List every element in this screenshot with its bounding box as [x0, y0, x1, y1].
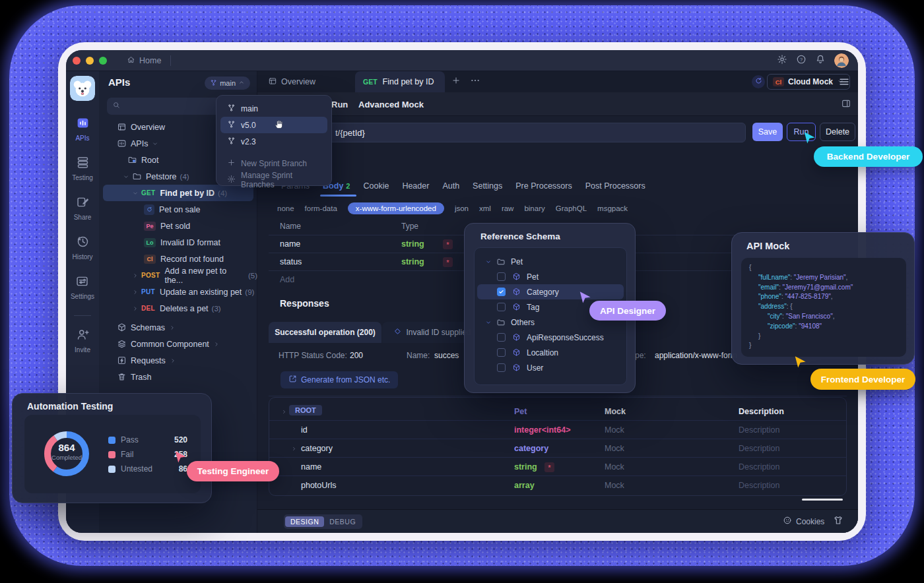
- schema-row-root[interactable]: ROOTPetMockDescription: [269, 402, 846, 421]
- schema-row-photourls[interactable]: photoUrlsarrayMockDescription: [269, 476, 846, 495]
- body-type-form-data[interactable]: form-data: [305, 204, 337, 212]
- tree-item-deletes-a-pet[interactable]: DELDeletes a pet(3): [99, 300, 257, 317]
- schema-row-category[interactable]: categorycategoryMockDescription: [269, 439, 846, 458]
- ref-item-localtion[interactable]: Localtion: [475, 345, 626, 360]
- body-type-xml[interactable]: xml: [479, 204, 491, 212]
- rail-item-invite[interactable]: Invite: [75, 328, 90, 353]
- tree-item-label: Invalid ID format: [160, 238, 220, 247]
- body-tab-header[interactable]: Header: [402, 175, 429, 197]
- branch-option-v2.3[interactable]: v2.3: [220, 133, 327, 150]
- help-icon[interactable]: ?: [796, 54, 807, 67]
- sync-icon[interactable]: [752, 75, 765, 88]
- tshirt-icon[interactable]: [833, 515, 843, 528]
- checkbox[interactable]: [497, 303, 506, 311]
- design-mode-button[interactable]: DESIGN: [285, 516, 324, 527]
- response-tab-invalid-label: Invalid ID supplied: [406, 328, 471, 337]
- checkbox[interactable]: [497, 272, 506, 281]
- subtab-run[interactable]: Run: [331, 92, 348, 116]
- ref-item-label: User: [527, 363, 543, 373]
- menu-icon[interactable]: [838, 76, 850, 90]
- rail-item-apis[interactable]: APIs: [75, 116, 89, 142]
- rail-item-settings[interactable]: Settings: [71, 274, 94, 300]
- subtab-advanced-mock[interactable]: Advanced Mock: [358, 92, 424, 116]
- save-button[interactable]: Save: [752, 123, 783, 141]
- body-tab-cookie[interactable]: Cookie: [363, 175, 389, 197]
- body-tab-settings[interactable]: Settings: [473, 175, 502, 197]
- panel-toggle-icon[interactable]: [841, 98, 851, 111]
- rail-item-testing[interactable]: Testing: [72, 156, 93, 181]
- tree-item-update-an-existing-pet[interactable]: PUTUpdate an existing pet(9): [99, 284, 257, 300]
- tree-item-requests[interactable]: Requests: [99, 352, 257, 369]
- bell-icon[interactable]: [815, 54, 826, 67]
- checkbox[interactable]: [497, 333, 506, 342]
- ref-item-apiresponsesuccess[interactable]: ApiResponseSuccess: [475, 330, 626, 345]
- ref-group-pet[interactable]: Pet: [475, 254, 626, 269]
- tree-item-count: (9): [245, 288, 254, 296]
- body-tabs: ParamsBody2CookieHeaderAuthSettingsPre P…: [257, 175, 759, 197]
- delete-button[interactable]: Delete: [820, 123, 855, 141]
- chevron-down-icon: [123, 173, 129, 180]
- checkbox[interactable]: [497, 363, 506, 372]
- checkbox-checked[interactable]: [497, 288, 506, 296]
- home-tab[interactable]: Home: [127, 55, 161, 66]
- tree-item-count: (4): [218, 189, 227, 197]
- param-type: string: [401, 257, 424, 266]
- col-name: Name: [280, 222, 301, 231]
- maximize-window-button[interactable]: [99, 57, 107, 65]
- body-type-graphql[interactable]: GraphQL: [556, 204, 587, 212]
- tab-overview[interactable]: Overview: [268, 71, 315, 92]
- generate-from-json-button[interactable]: Generate from JSON etc.: [280, 371, 398, 388]
- minimize-window-button[interactable]: [86, 57, 94, 65]
- url-input[interactable]: t/{petId}: [269, 123, 746, 142]
- tab-overflow-button[interactable]: [470, 71, 480, 92]
- user-avatar[interactable]: [834, 53, 849, 68]
- ref-item-pet[interactable]: Pet: [475, 269, 626, 284]
- tab-find-pet-by-id[interactable]: GET Find pet by ID: [355, 71, 445, 92]
- content-type-label: pe:: [635, 351, 646, 360]
- tree-item-label: Overview: [131, 123, 165, 132]
- branch-action-new-sprint-branch[interactable]: New Sprint Branch: [220, 155, 327, 171]
- tree-item-schemas[interactable]: Schemas: [99, 319, 257, 336]
- code-line: "city": "San Francisco",: [749, 312, 898, 322]
- body-type-binary[interactable]: binary: [524, 204, 544, 212]
- env-label: Cloud Mock: [788, 77, 833, 86]
- tree-item-trash[interactable]: Trash: [99, 369, 257, 385]
- cookies-button[interactable]: Cookies: [783, 516, 824, 527]
- tree-item-pet-on-sale[interactable]: Pet on sale: [99, 201, 257, 218]
- body-tab-post-processors[interactable]: Post Processors: [585, 175, 645, 197]
- debug-mode-button[interactable]: DEBUG: [324, 516, 361, 527]
- schema-field-type: string: [514, 462, 537, 472]
- workspace-logo[interactable]: [70, 76, 95, 101]
- schema-row-id[interactable]: idinteger<int64>MockDescription: [269, 421, 846, 439]
- tree-item-pet-sold[interactable]: PePet sold: [99, 218, 257, 234]
- ref-item-user[interactable]: User: [475, 360, 626, 375]
- close-window-button[interactable]: [73, 57, 81, 65]
- rail-item-share[interactable]: Share: [74, 195, 92, 221]
- tab-overview-label: Overview: [281, 77, 315, 86]
- checkbox[interactable]: [497, 348, 506, 357]
- new-tab-button[interactable]: [451, 71, 461, 92]
- response-tab-success[interactable]: Successful operation (200): [269, 322, 381, 343]
- body-type-json[interactable]: json: [455, 204, 469, 212]
- gear-icon[interactable]: [777, 54, 787, 67]
- tree-item-record-not-found[interactable]: ClRecord not found: [99, 251, 257, 267]
- body-tab-pre-processors[interactable]: Pre Processors: [515, 175, 572, 197]
- body-tab-label: Header: [402, 181, 429, 191]
- rail-item-label: APIs: [75, 135, 89, 142]
- branch-selector[interactable]: main: [205, 77, 250, 90]
- branch-action-manage-sprint-branches[interactable]: Manage Sprint Branches: [220, 171, 327, 188]
- tree-item-common-component[interactable]: Common Component: [99, 336, 257, 352]
- horizontal-scrollbar[interactable]: [802, 499, 843, 501]
- schema-row-name[interactable]: namestring*MockDescription: [269, 458, 846, 476]
- branch-option-main[interactable]: main: [220, 100, 327, 117]
- rail-item-history[interactable]: History: [72, 235, 92, 261]
- ref-item-category[interactable]: Category: [477, 284, 624, 299]
- tree-item-add-a-new-pet-to-the-[interactable]: POSTAdd a new pet to the...(5): [99, 267, 257, 284]
- tree-item-invalid-id-format[interactable]: LoInvalid ID format: [99, 234, 257, 251]
- method-label: POST: [141, 272, 160, 279]
- body-type-msgpack[interactable]: msgpack: [597, 204, 628, 212]
- body-type-none[interactable]: none: [277, 204, 294, 212]
- body-type-x-www-form-urlencoded[interactable]: x-www-form-urlencoded: [348, 202, 444, 214]
- body-type-raw[interactable]: raw: [502, 204, 514, 212]
- body-tab-auth[interactable]: Auth: [442, 175, 459, 197]
